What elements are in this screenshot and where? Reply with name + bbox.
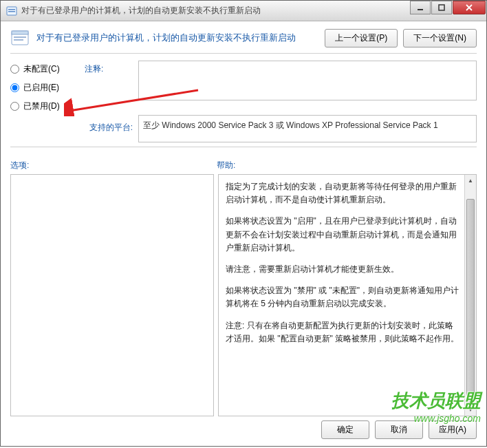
radio-disabled[interactable]: 已禁用(D) bbox=[10, 100, 79, 112]
help-scrollbar[interactable]: ▲ ▼ bbox=[464, 175, 476, 416]
svg-rect-3 bbox=[418, 9, 423, 10]
radio-enabled-input[interactable] bbox=[10, 83, 19, 92]
svg-rect-8 bbox=[14, 39, 23, 41]
help-paragraph: 如果将状态设置为 "禁用" 或 "未配置"，则自动更新将通知用户计算机将在 5 … bbox=[226, 284, 459, 310]
comment-textarea[interactable] bbox=[138, 61, 477, 100]
help-paragraph: 如果将状态设置为 "启用"，且在用户已登录到此计算机时，自动更新不会在计划安装过… bbox=[226, 215, 459, 255]
window-title: 对于有已登录用户的计算机，计划的自动更新安装不执行重新启动 bbox=[21, 5, 410, 17]
ok-button[interactable]: 确定 bbox=[321, 420, 369, 439]
options-label: 选项: bbox=[10, 160, 217, 171]
platforms-box: 至少 Windows 2000 Service Pack 3 或 Windows… bbox=[138, 115, 477, 142]
next-setting-button[interactable]: 下一个设置(N) bbox=[403, 29, 477, 47]
svg-rect-1 bbox=[8, 9, 15, 10]
radio-enabled-label: 已启用(E) bbox=[23, 82, 59, 94]
svg-rect-4 bbox=[439, 5, 444, 10]
comment-label: 注释: bbox=[85, 61, 133, 75]
scrollbar-thumb[interactable] bbox=[466, 199, 475, 405]
close-button[interactable] bbox=[453, 1, 486, 14]
policy-title: 对于有已登录用户的计算机，计划的自动更新安装不执行重新启动 bbox=[36, 32, 318, 44]
radio-not-configured-input[interactable] bbox=[10, 65, 19, 74]
svg-rect-2 bbox=[8, 11, 15, 12]
maximize-button[interactable] bbox=[431, 1, 452, 14]
policy-icon bbox=[10, 28, 30, 47]
policy-window-icon bbox=[6, 6, 17, 17]
radio-not-configured[interactable]: 未配置(C) bbox=[10, 63, 79, 75]
svg-rect-7 bbox=[14, 36, 26, 38]
help-paragraph: 指定为了完成计划的安装，自动更新将等待任何登录的用户重新启动计算机，而不是自动使… bbox=[226, 180, 459, 206]
titlebar: 对于有已登录用户的计算机，计划的自动更新安装不执行重新启动 bbox=[1, 1, 486, 21]
scroll-up-icon[interactable]: ▲ bbox=[465, 175, 476, 186]
svg-rect-6 bbox=[12, 31, 28, 34]
help-content: 指定为了完成计划的安装，自动更新将等待任何登录的用户重新启动计算机，而不是自动使… bbox=[219, 175, 476, 416]
minimize-button[interactable] bbox=[410, 1, 431, 14]
platforms-label: 支持的平台: bbox=[10, 115, 133, 134]
help-pane: 指定为了完成计划的安装，自动更新将等待任何登录的用户重新启动计算机，而不是自动使… bbox=[218, 174, 477, 416]
separator-2 bbox=[10, 147, 477, 147]
help-paragraph: 注意: 只有在将自动更新配置为执行更新的计划安装时，此策略才适用。如果 "配置自… bbox=[226, 319, 459, 345]
radio-disabled-label: 已禁用(D) bbox=[23, 100, 60, 112]
cancel-button[interactable]: 取消 bbox=[375, 420, 423, 439]
window-controls bbox=[410, 1, 486, 21]
separator bbox=[10, 53, 477, 54]
help-paragraph: 请注意，需要重新启动计算机才能使更新生效。 bbox=[226, 263, 459, 276]
scroll-down-icon[interactable]: ▼ bbox=[465, 404, 476, 416]
radio-disabled-input[interactable] bbox=[10, 102, 19, 111]
help-label: 帮助: bbox=[217, 160, 477, 171]
previous-setting-button[interactable]: 上一个设置(P) bbox=[325, 29, 398, 47]
options-pane bbox=[10, 174, 214, 416]
options-content bbox=[11, 175, 213, 416]
apply-button[interactable]: 应用(A) bbox=[429, 420, 477, 439]
radio-enabled[interactable]: 已启用(E) bbox=[10, 82, 79, 94]
radio-not-configured-label: 未配置(C) bbox=[23, 63, 60, 75]
